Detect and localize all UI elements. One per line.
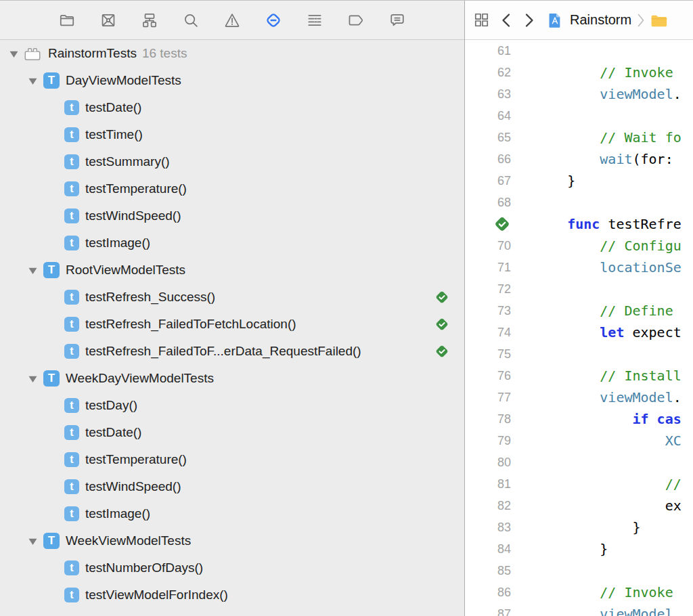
line-number[interactable]: 79 xyxy=(465,430,514,452)
row-label: RootViewModelTests xyxy=(66,263,185,278)
folder-icon[interactable] xyxy=(650,12,668,28)
test-passed-icon[interactable] xyxy=(434,317,449,332)
line-number[interactable]: 64 xyxy=(465,105,514,127)
symbol-navigator-icon[interactable] xyxy=(141,11,159,29)
row-label: RainstormTests xyxy=(48,46,137,61)
test-case-row[interactable]: ttestDay() xyxy=(0,392,464,419)
code-line: 62 // Invoke xyxy=(465,62,693,83)
line-number[interactable]: 67 xyxy=(465,170,514,192)
disclosure-triangle-icon[interactable] xyxy=(8,48,19,59)
code-text[interactable]: XC xyxy=(535,430,681,452)
code-line: 73 // Define xyxy=(465,300,693,322)
line-number[interactable]: 73 xyxy=(465,300,514,322)
line-number[interactable]: 62 xyxy=(465,62,514,83)
test-suite-row[interactable]: TWeekDayViewModelTests xyxy=(0,365,464,392)
source-control-navigator-icon[interactable] xyxy=(99,11,118,29)
code-text[interactable]: // Invoke xyxy=(535,62,681,83)
code-line: 75 xyxy=(465,343,693,365)
test-passed-icon[interactable] xyxy=(434,344,449,359)
line-number[interactable]: 71 xyxy=(465,257,514,278)
test-suite-row[interactable]: TWeekViewModelTests xyxy=(0,527,464,554)
code-text[interactable]: // Install xyxy=(535,365,681,387)
line-number[interactable]: 75 xyxy=(465,343,514,365)
find-navigator-icon[interactable] xyxy=(182,11,200,29)
test-case-row[interactable]: ttestTime() xyxy=(0,121,464,148)
test-suite-row[interactable]: TRootViewModelTests xyxy=(0,257,464,284)
test-case-row[interactable]: ttestWindSpeed() xyxy=(0,473,464,500)
line-number[interactable]: 76 xyxy=(465,365,514,387)
project-navigator-icon[interactable] xyxy=(58,11,76,29)
test-case-row[interactable]: ttestViewModelForIndex() xyxy=(0,581,464,609)
test-bundle-row[interactable]: RainstormTests16 tests xyxy=(0,40,464,67)
code-text[interactable]: } xyxy=(535,538,608,560)
breakpoint-navigator-icon[interactable] xyxy=(347,11,365,29)
test-case-row[interactable]: ttestDate() xyxy=(0,94,464,121)
line-number[interactable]: 81 xyxy=(465,473,514,495)
line-number[interactable]: 84 xyxy=(465,538,514,560)
line-number[interactable]: 70 xyxy=(465,235,514,257)
line-number[interactable]: 74 xyxy=(465,322,514,343)
line-number[interactable]: 61 xyxy=(465,40,514,62)
code-line: 68 xyxy=(465,192,693,213)
line-number[interactable]: 77 xyxy=(465,387,514,408)
disclosure-triangle-icon[interactable] xyxy=(27,535,38,546)
debug-navigator-icon[interactable] xyxy=(306,11,324,29)
related-items-icon[interactable] xyxy=(473,12,490,28)
test-case-row[interactable]: ttestSummary() xyxy=(0,148,464,175)
jump-bar-item-project[interactable]: Rainstorm xyxy=(570,12,631,28)
test-case-icon: t xyxy=(64,127,79,142)
line-number[interactable]: 65 xyxy=(465,127,514,148)
test-case-row[interactable]: ttestRefresh_FailedToFetchLocation() xyxy=(0,311,464,338)
test-case-row[interactable]: ttestTemperature() xyxy=(0,446,464,473)
line-number[interactable]: 63 xyxy=(465,83,514,105)
test-case-row[interactable]: ttestNumberOfDays() xyxy=(0,554,464,581)
line-number[interactable]: 68 xyxy=(465,192,514,213)
line-number[interactable]: 86 xyxy=(465,581,514,603)
test-case-row[interactable]: ttestTemperature() xyxy=(0,175,464,202)
code-text[interactable]: viewModel. xyxy=(535,83,681,105)
row-label: WeekViewModelTests xyxy=(66,533,191,548)
code-text[interactable]: viewModel. xyxy=(535,387,681,408)
code-text[interactable]: // xyxy=(535,473,681,495)
test-case-row[interactable]: ttestRefresh_FailedToF...erData_RequestF… xyxy=(0,338,464,365)
back-button[interactable] xyxy=(501,13,511,28)
test-passed-gutter-icon[interactable] xyxy=(465,213,514,235)
code-text[interactable]: // Configu xyxy=(535,235,681,257)
disclosure-triangle-icon[interactable] xyxy=(27,373,38,384)
test-case-row[interactable]: ttestDate() xyxy=(0,419,464,446)
line-number[interactable]: 78 xyxy=(465,408,514,430)
code-text[interactable]: wait(for: xyxy=(535,148,681,170)
test-case-row[interactable]: ttestImage() xyxy=(0,500,464,527)
line-number[interactable]: 72 xyxy=(465,278,514,300)
line-number[interactable]: 82 xyxy=(465,495,514,516)
test-navigator-icon[interactable] xyxy=(265,11,283,29)
test-case-row[interactable]: ttestImage() xyxy=(0,229,464,257)
issue-navigator-icon[interactable] xyxy=(223,11,242,29)
report-navigator-icon[interactable] xyxy=(388,11,407,29)
test-suite-row[interactable]: TDayViewModelTests xyxy=(0,67,464,94)
test-case-row[interactable]: ttestWindSpeed() xyxy=(0,202,464,229)
code-text[interactable]: if cas xyxy=(535,408,681,430)
code-text[interactable]: let expect xyxy=(535,322,681,343)
code-text[interactable]: } xyxy=(535,516,641,538)
code-text[interactable]: // Define xyxy=(535,300,681,322)
disclosure-triangle-icon[interactable] xyxy=(27,265,38,276)
code-text[interactable]: func testRefre xyxy=(535,213,681,235)
forward-button[interactable] xyxy=(524,13,535,28)
line-number[interactable]: 83 xyxy=(465,516,514,538)
line-number[interactable]: 87 xyxy=(465,603,514,616)
code-text[interactable]: viewModel. xyxy=(535,603,681,616)
code-text[interactable]: // Wait fo xyxy=(535,127,681,148)
test-passed-icon[interactable] xyxy=(434,290,449,305)
line-number[interactable]: 85 xyxy=(465,560,514,581)
line-number[interactable]: 80 xyxy=(465,452,514,473)
disclosure-triangle-icon[interactable] xyxy=(27,75,38,86)
code-text[interactable]: ex xyxy=(535,495,681,516)
test-case-icon: t xyxy=(64,290,79,305)
code-text[interactable]: } xyxy=(535,170,575,192)
line-number[interactable]: 66 xyxy=(465,148,514,170)
code-editor[interactable]: 6162 // Invoke 63 viewModel.6465 // Wait… xyxy=(465,40,693,616)
test-case-row[interactable]: ttestRefresh_Success() xyxy=(0,284,464,311)
code-text[interactable]: // Invoke xyxy=(535,581,681,603)
code-text[interactable]: locationSe xyxy=(535,257,681,278)
